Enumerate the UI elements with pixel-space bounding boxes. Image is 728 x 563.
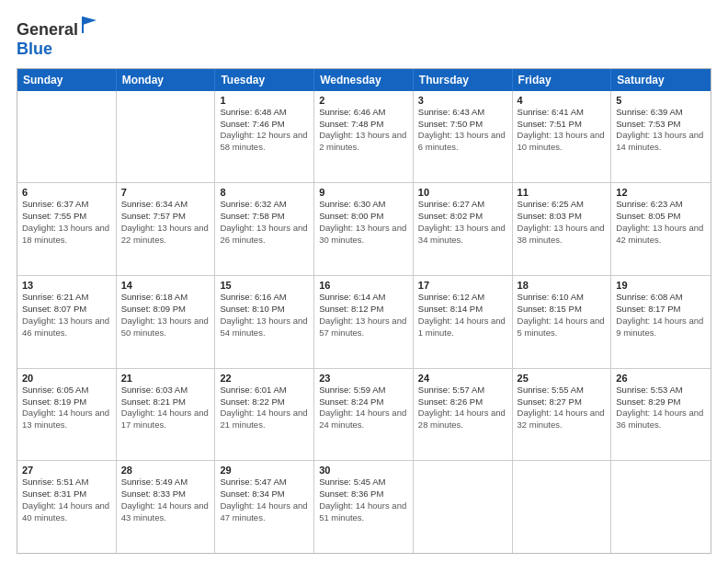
sunrise-text: Sunrise: 6:05 AM [22, 385, 111, 396]
day-cell-4: 4Sunrise: 6:41 AMSunset: 7:51 PMDaylight… [513, 91, 612, 183]
daylight-text: Daylight: 14 hours and 17 minutes. [121, 408, 210, 431]
sunrise-text: Sunrise: 6:12 AM [418, 292, 507, 304]
day-cell-12: 12Sunrise: 6:23 AMSunset: 8:05 PMDayligh… [611, 183, 711, 275]
sunset-text: Sunset: 8:26 PM [418, 396, 507, 408]
sunset-text: Sunset: 8:00 PM [319, 211, 408, 223]
day-number: 15 [220, 280, 309, 291]
sunset-text: Sunset: 8:22 PM [220, 396, 309, 408]
daylight-text: Daylight: 13 hours and 10 minutes. [518, 130, 607, 154]
sunset-text: Sunset: 8:17 PM [616, 304, 706, 316]
empty-cell [513, 461, 612, 553]
sunset-text: Sunset: 8:31 PM [22, 488, 111, 500]
sunset-text: Sunset: 8:14 PM [418, 304, 507, 316]
weekday-header-friday: Friday [513, 69, 612, 91]
daylight-text: Daylight: 13 hours and 46 minutes. [22, 316, 111, 339]
day-number: 11 [518, 187, 607, 198]
logo-general-text: General [17, 20, 78, 39]
day-cell-6: 6Sunrise: 6:37 AMSunset: 7:55 PMDaylight… [17, 183, 117, 275]
sunset-text: Sunset: 8:27 PM [518, 396, 607, 408]
day-number: 1 [220, 95, 309, 106]
sunrise-text: Sunrise: 6:23 AM [616, 199, 706, 211]
sunset-text: Sunset: 8:03 PM [518, 211, 607, 223]
day-number: 21 [121, 373, 210, 384]
sunrise-text: Sunrise: 6:25 AM [518, 199, 607, 211]
day-cell-20: 20Sunrise: 6:05 AMSunset: 8:19 PMDayligh… [17, 369, 117, 461]
sunrise-text: Sunrise: 5:57 AM [418, 385, 507, 396]
sunset-text: Sunset: 7:57 PM [121, 211, 210, 223]
daylight-text: Daylight: 14 hours and 40 minutes. [22, 500, 111, 524]
day-cell-17: 17Sunrise: 6:12 AMSunset: 8:14 PMDayligh… [414, 276, 513, 368]
daylight-text: Daylight: 14 hours and 51 minutes. [319, 500, 408, 524]
sunset-text: Sunset: 8:29 PM [616, 396, 706, 408]
sunrise-text: Sunrise: 6:16 AM [220, 292, 309, 304]
day-number: 22 [220, 373, 309, 384]
daylight-text: Daylight: 13 hours and 57 minutes. [319, 316, 408, 339]
weekday-header-wednesday: Wednesday [314, 69, 414, 91]
day-number: 19 [616, 280, 706, 291]
sunrise-text: Sunrise: 6:18 AM [121, 292, 210, 304]
sunrise-text: Sunrise: 6:32 AM [220, 199, 309, 211]
day-cell-24: 24Sunrise: 5:57 AMSunset: 8:26 PMDayligh… [414, 369, 513, 461]
sunset-text: Sunset: 8:05 PM [616, 211, 706, 223]
day-cell-23: 23Sunrise: 5:59 AMSunset: 8:24 PMDayligh… [314, 369, 414, 461]
daylight-text: Daylight: 13 hours and 2 minutes. [319, 130, 408, 154]
day-number: 29 [220, 465, 309, 476]
sunrise-text: Sunrise: 5:47 AM [220, 477, 309, 488]
day-cell-27: 27Sunrise: 5:51 AMSunset: 8:31 PMDayligh… [17, 461, 117, 553]
empty-cell [17, 91, 117, 183]
sunset-text: Sunset: 8:07 PM [22, 304, 111, 316]
day-cell-30: 30Sunrise: 5:45 AMSunset: 8:36 PMDayligh… [314, 461, 414, 553]
sunset-text: Sunset: 7:55 PM [22, 211, 111, 223]
daylight-text: Daylight: 14 hours and 21 minutes. [220, 408, 309, 431]
daylight-text: Daylight: 14 hours and 28 minutes. [418, 408, 507, 431]
daylight-text: Daylight: 13 hours and 6 minutes. [418, 130, 507, 154]
day-number: 17 [418, 280, 507, 291]
day-number: 14 [121, 280, 210, 291]
day-cell-18: 18Sunrise: 6:10 AMSunset: 8:15 PMDayligh… [513, 276, 612, 368]
daylight-text: Daylight: 13 hours and 18 minutes. [22, 223, 111, 247]
day-cell-28: 28Sunrise: 5:49 AMSunset: 8:33 PMDayligh… [117, 461, 216, 553]
daylight-text: Daylight: 13 hours and 34 minutes. [418, 223, 507, 247]
day-number: 23 [319, 373, 408, 384]
sunrise-text: Sunrise: 6:41 AM [518, 107, 607, 119]
sunrise-text: Sunrise: 6:48 AM [220, 107, 309, 119]
sunset-text: Sunset: 7:51 PM [518, 119, 607, 131]
sunset-text: Sunset: 8:02 PM [418, 211, 507, 223]
sunset-text: Sunset: 8:10 PM [220, 304, 309, 316]
daylight-text: Daylight: 14 hours and 43 minutes. [121, 500, 210, 524]
sunset-text: Sunset: 7:53 PM [616, 119, 706, 131]
day-number: 24 [418, 373, 507, 384]
sunrise-text: Sunrise: 6:03 AM [121, 385, 210, 396]
empty-cell [414, 461, 513, 553]
sunset-text: Sunset: 7:46 PM [220, 119, 309, 131]
day-cell-15: 15Sunrise: 6:16 AMSunset: 8:10 PMDayligh… [215, 276, 314, 368]
sunrise-text: Sunrise: 5:55 AM [518, 385, 607, 396]
sunrise-text: Sunrise: 6:37 AM [22, 199, 111, 211]
weekday-header-sunday: Sunday [17, 69, 117, 91]
day-number: 27 [22, 465, 111, 476]
sunset-text: Sunset: 8:09 PM [121, 304, 210, 316]
sunset-text: Sunset: 8:36 PM [319, 488, 408, 500]
weekday-header-thursday: Thursday [414, 69, 513, 91]
day-number: 7 [121, 187, 210, 198]
day-cell-22: 22Sunrise: 6:01 AMSunset: 8:22 PMDayligh… [215, 369, 314, 461]
day-cell-3: 3Sunrise: 6:43 AMSunset: 7:50 PMDaylight… [414, 91, 513, 183]
sunrise-text: Sunrise: 6:14 AM [319, 292, 408, 304]
sunrise-text: Sunrise: 5:59 AM [319, 385, 408, 396]
calendar-week-1: 1Sunrise: 6:48 AMSunset: 7:46 PMDaylight… [17, 91, 711, 183]
calendar-body: 1Sunrise: 6:48 AMSunset: 7:46 PMDaylight… [17, 91, 711, 553]
day-number: 16 [319, 280, 408, 291]
calendar-week-4: 20Sunrise: 6:05 AMSunset: 8:19 PMDayligh… [17, 368, 711, 461]
daylight-text: Daylight: 13 hours and 22 minutes. [121, 223, 210, 247]
daylight-text: Daylight: 14 hours and 47 minutes. [220, 500, 309, 524]
daylight-text: Daylight: 14 hours and 9 minutes. [616, 316, 706, 339]
sunset-text: Sunset: 8:12 PM [319, 304, 408, 316]
daylight-text: Daylight: 14 hours and 1 minute. [418, 316, 507, 339]
day-cell-21: 21Sunrise: 6:03 AMSunset: 8:21 PMDayligh… [117, 369, 216, 461]
day-cell-16: 16Sunrise: 6:14 AMSunset: 8:12 PMDayligh… [314, 276, 414, 368]
calendar-week-5: 27Sunrise: 5:51 AMSunset: 8:31 PMDayligh… [17, 460, 711, 553]
day-number: 28 [121, 465, 210, 476]
weekday-header-tuesday: Tuesday [215, 69, 314, 91]
day-number: 25 [518, 373, 607, 384]
day-number: 8 [220, 187, 309, 198]
